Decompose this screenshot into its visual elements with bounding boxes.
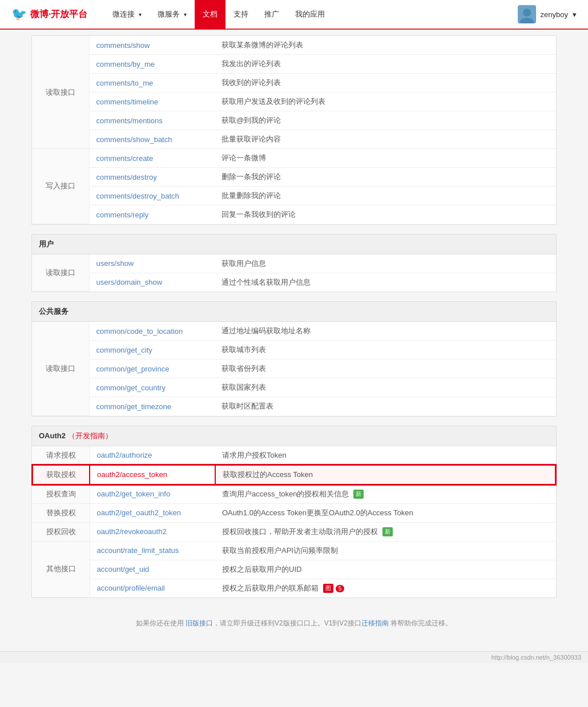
api-link[interactable]: comments/show_batch: [96, 135, 172, 144]
api-link[interactable]: comments/mentions: [96, 116, 163, 125]
api-path: oauth2/revokeoauth2: [90, 522, 215, 541]
nav-item-tuiguang[interactable]: 推广: [256, 0, 287, 29]
chevron-down-icon: ▾: [139, 11, 142, 18]
api-desc: 通过个性域名获取用户信息: [215, 273, 556, 292]
api-link[interactable]: account/profile/email: [97, 584, 165, 592]
svg-point-1: [523, 9, 531, 17]
users-title: 用户: [39, 240, 54, 248]
api-link[interactable]: comments/to_me: [96, 79, 154, 87]
api-path: common/code_to_location: [89, 322, 215, 341]
users-section: 用户 读取接口 users/show 获取用户信息 users/domain_s…: [31, 234, 557, 293]
api-link[interactable]: comments/destroy: [96, 173, 157, 181]
table-row: 写入接口 comments/create 评论一条微博: [32, 149, 556, 168]
api-desc: 批量获取评论内容: [215, 130, 556, 149]
api-desc: 授权回收接口，帮助开发者主动取消用户的授权 新: [215, 522, 555, 541]
username[interactable]: zenyboy: [541, 10, 568, 19]
logo[interactable]: 🐦 微博·开放平台: [11, 7, 87, 22]
table-row: comments/destroy_batch 批量删除我的评论: [32, 187, 556, 205]
api-link[interactable]: comments/destroy_batch: [96, 192, 179, 200]
api-path: common/get_country: [89, 378, 215, 397]
api-desc: 通过地址编码获取地址名称: [215, 322, 556, 341]
api-path: account/get_uid: [90, 560, 215, 579]
api-link[interactable]: comments/timeline: [96, 98, 158, 106]
oauth2-section-header: OAuth2 （开发指南）: [32, 426, 556, 446]
nav-item-wendang[interactable]: 文档: [195, 0, 225, 29]
public-title: 公共服务: [39, 307, 69, 316]
table-row: 授权回收 oauth2/revokeoauth2 授权回收接口，帮助开发者主动取…: [33, 522, 555, 541]
api-desc: 评论一条微博: [215, 149, 556, 168]
comments-create-link[interactable]: comments/create: [96, 154, 154, 163]
api-path: comments/show_batch: [89, 130, 215, 149]
api-path: comments/destroy: [89, 168, 215, 187]
oauth2-title: OAuth2: [39, 431, 68, 440]
api-path: users/show: [89, 254, 215, 273]
api-path: comments/destroy_batch: [89, 187, 215, 205]
table-row: common/get_city 获取城市列表: [32, 341, 556, 359]
table-row: comments/timeline 获取用户发送及收到的评论列表: [32, 92, 556, 111]
api-link[interactable]: oauth2/get_token_info: [97, 490, 171, 498]
user-dropdown-arrow[interactable]: ▾: [573, 10, 577, 19]
api-path: account/profile/email: [90, 579, 215, 597]
write-label: 写入接口: [32, 149, 89, 224]
nav-item-weifuwu[interactable]: 微服务 ▾: [150, 0, 195, 29]
api-link[interactable]: common/code_to_location: [96, 327, 183, 336]
api-link[interactable]: common/get_timezone: [96, 402, 172, 411]
api-desc: 我发出的评论列表: [215, 55, 556, 74]
nav-item-weilian[interactable]: 微连接 ▾: [104, 0, 150, 29]
api-desc: 获取省份列表: [215, 359, 556, 378]
access-token-link[interactable]: oauth2/access_token: [97, 470, 167, 479]
api-desc: 回复一条我收到的评论: [215, 205, 556, 224]
nav-item-myapp[interactable]: 我的应用: [287, 0, 333, 29]
read-label: 读取接口: [32, 322, 89, 415]
api-path: comments/by_me: [89, 55, 215, 74]
comments-section: 读取接口 comments/show 获取某条微博的评论列表 comments/…: [31, 35, 557, 225]
footer: 如果你还在使用 旧版接口，请立即升级迁移到V2版接口口上。V1到V2接口迁移指南…: [31, 607, 557, 634]
api-path: oauth2/access_token: [90, 465, 215, 484]
api-link[interactable]: comments/show: [96, 41, 150, 50]
api-link[interactable]: common/get_province: [96, 365, 170, 373]
main-content: 读取接口 comments/show 获取某条微博的评论列表 comments/…: [31, 30, 557, 651]
api-path: common/get_timezone: [89, 397, 215, 416]
new-badge: 新: [353, 490, 364, 499]
api-desc: 获取用户发送及收到的评论列表: [215, 92, 556, 111]
header: 🐦 微博·开放平台 微连接 ▾ 微服务 ▾ 文档 支持 推广 我的应用 zeny…: [0, 0, 588, 30]
migration-guide-link[interactable]: 迁移指南: [361, 619, 389, 627]
table-row: 读取接口 comments/show 获取某条微博的评论列表: [32, 36, 556, 55]
api-link[interactable]: oauth2/authorize: [97, 451, 152, 459]
api-link[interactable]: account/rate_limit_status: [97, 546, 179, 555]
dev-guide-link[interactable]: （开发指南）: [68, 431, 112, 440]
old-api-link[interactable]: 旧版接口: [186, 619, 213, 627]
table-row: 其他接口 account/rate_limit_status 获取当前授权用户A…: [33, 541, 555, 560]
api-desc: OAuth1.0的Access Token更换至OAuth2.0的Access …: [215, 503, 555, 522]
api-path: oauth2/authorize: [90, 446, 215, 465]
api-link[interactable]: users/domain_show: [96, 278, 163, 286]
api-link[interactable]: common/get_country: [96, 383, 166, 392]
chevron-down-icon: ▾: [184, 11, 187, 18]
nav-item-zhichi[interactable]: 支持: [225, 0, 256, 29]
public-section-header: 公共服务: [32, 302, 556, 322]
api-path: comments/show: [89, 36, 215, 55]
auth-request-label: 请求授权: [33, 446, 90, 465]
api-path: account/rate_limit_status: [90, 541, 215, 560]
api-link[interactable]: comments/reply: [96, 211, 149, 219]
public-section: 公共服务 读取接口 common/code_to_location 通过地址编码…: [31, 301, 557, 417]
table-row: comments/show_batch 批量获取评论内容: [32, 130, 556, 149]
api-link[interactable]: oauth2/revokeoauth2: [97, 527, 167, 536]
api-link[interactable]: comments/by_me: [96, 60, 155, 68]
table-row: common/get_country 获取国家列表: [32, 378, 556, 397]
table-row: comments/by_me 我发出的评论列表: [32, 55, 556, 74]
api-path: common/get_city: [89, 341, 215, 359]
api-link[interactable]: common/get_city: [96, 346, 152, 354]
api-link[interactable]: users/show: [96, 259, 134, 268]
weibo-logo-icon: 🐦: [11, 7, 27, 22]
other-label: 其他接口: [33, 541, 90, 597]
table-row: 读取接口 users/show 获取用户信息: [32, 254, 556, 273]
api-link[interactable]: account/get_uid: [97, 565, 150, 573]
auth-revoke-label: 授权回收: [33, 522, 90, 541]
api-desc: 批量删除我的评论: [215, 187, 556, 205]
auth-replace-label: 替换授权: [33, 503, 90, 522]
api-link[interactable]: oauth2/get_oauth2_token: [97, 508, 181, 517]
table-row: comments/destroy 删除一条我的评论: [32, 168, 556, 187]
table-row: comments/mentions 获取@到我的评论: [32, 111, 556, 130]
img-badge: 图: [323, 584, 333, 593]
